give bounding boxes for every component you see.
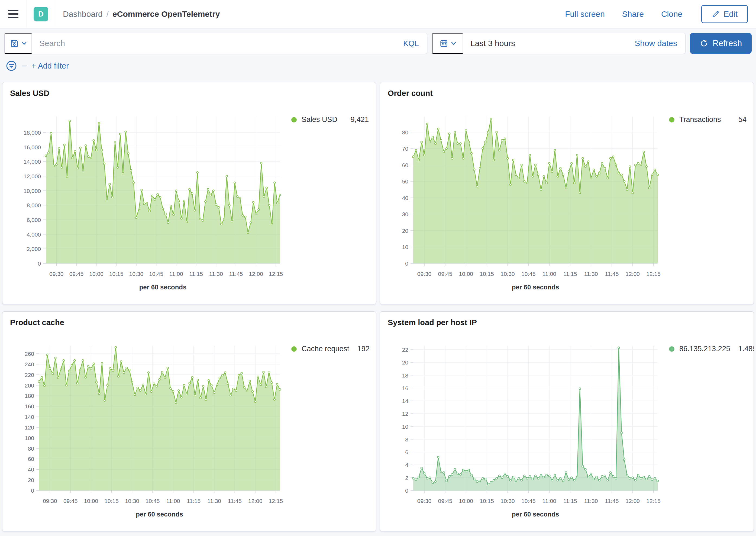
svg-text:10:00: 10:00 (89, 271, 104, 277)
svg-text:40: 40 (28, 466, 34, 473)
legend-sales-usd[interactable]: Sales USD 9,421 (284, 116, 376, 124)
legend-value: 54 (730, 116, 746, 124)
save-icon (10, 39, 19, 48)
legend-dot-icon (291, 117, 297, 122)
svg-text:12: 12 (402, 411, 408, 417)
chevron-down-icon (451, 40, 457, 46)
search-input[interactable] (32, 33, 395, 54)
svg-text:09:45: 09:45 (69, 271, 84, 277)
svg-text:6,000: 6,000 (26, 217, 41, 223)
svg-text:14,000: 14,000 (23, 158, 41, 165)
legend-order-count[interactable]: Transactions 54 (661, 116, 754, 124)
svg-text:20: 20 (402, 228, 408, 234)
add-filter-link[interactable]: + Add filter (31, 61, 69, 70)
svg-text:0: 0 (38, 260, 41, 267)
svg-text:12,000: 12,000 (23, 173, 41, 180)
calendar-icon (439, 39, 448, 48)
svg-text:2: 2 (405, 475, 408, 481)
legend-value: 1.489 (730, 345, 754, 353)
svg-text:4,000: 4,000 (26, 231, 41, 238)
edit-button[interactable]: Edit (701, 5, 748, 23)
svg-text:10:15: 10:15 (104, 498, 119, 504)
legend-dot-icon (669, 346, 674, 352)
kql-button[interactable]: KQL (395, 39, 427, 48)
full-screen-link[interactable]: Full screen (565, 10, 605, 19)
svg-text:50: 50 (402, 178, 408, 184)
svg-text:10:30: 10:30 (501, 271, 515, 277)
svg-text:10:30: 10:30 (129, 271, 144, 277)
svg-text:per 60 seconds: per 60 seconds (512, 284, 559, 291)
breadcrumb: Dashboard / eCommerce OpenTelemetry (63, 10, 220, 19)
svg-text:per 60 seconds: per 60 seconds (139, 284, 187, 291)
system-load-area-chart[interactable]: 09:3009:4510:0010:1510:3010:4511:0011:15… (383, 341, 661, 520)
svg-text:09:30: 09:30 (417, 271, 432, 277)
svg-text:10:30: 10:30 (125, 498, 139, 504)
svg-text:09:45: 09:45 (438, 271, 452, 277)
panel-title: System load per host IP (388, 318, 754, 328)
svg-text:180: 180 (25, 393, 34, 399)
svg-text:120: 120 (25, 424, 34, 431)
svg-text:11:00: 11:00 (166, 498, 180, 504)
svg-text:14: 14 (402, 398, 409, 404)
hamburger-menu-icon[interactable] (0, 0, 27, 28)
svg-text:11:00: 11:00 (542, 498, 556, 504)
svg-text:12:00: 12:00 (625, 498, 640, 504)
panel-order-count: Order count 09:3009:4510:0010:1510:3010:… (380, 82, 754, 304)
saved-query-button[interactable] (5, 33, 32, 54)
svg-text:12:15: 12:15 (646, 271, 661, 277)
svg-text:10: 10 (402, 244, 408, 250)
svg-text:200: 200 (25, 382, 34, 388)
svg-text:11:45: 11:45 (229, 271, 243, 277)
svg-text:12:15: 12:15 (269, 271, 283, 277)
chevron-down-icon (21, 40, 27, 46)
panel-system-load: System load per host IP 09:3009:4510:001… (380, 311, 754, 531)
svg-text:6: 6 (405, 449, 408, 455)
svg-text:11:30: 11:30 (584, 498, 598, 504)
filter-icon[interactable] (5, 60, 17, 72)
svg-text:09:45: 09:45 (63, 498, 78, 504)
svg-text:160: 160 (25, 403, 34, 410)
search-bar: KQL (4, 33, 427, 54)
svg-text:20: 20 (28, 477, 34, 483)
svg-text:10:00: 10:00 (84, 498, 98, 504)
legend-label: Transactions (679, 116, 721, 124)
filter-bar: + Add filter (0, 54, 756, 73)
share-link[interactable]: Share (622, 10, 644, 19)
svg-text:11:00: 11:00 (169, 271, 183, 277)
dashboard-badge[interactable]: D (34, 7, 48, 21)
svg-text:10:30: 10:30 (501, 498, 515, 504)
svg-text:11:15: 11:15 (189, 271, 203, 277)
refresh-button[interactable]: Refresh (690, 33, 752, 54)
svg-text:10:15: 10:15 (479, 498, 494, 504)
svg-text:140: 140 (25, 414, 34, 420)
sales-usd-area-chart[interactable]: 09:3009:4510:0010:1510:3010:4511:0011:15… (5, 112, 284, 293)
top-header: D Dashboard / eCommerce OpenTelemetry Fu… (0, 0, 756, 28)
svg-text:20: 20 (402, 359, 408, 366)
calendar-button[interactable] (433, 33, 463, 54)
clone-link[interactable]: Clone (661, 10, 682, 19)
svg-text:10:45: 10:45 (521, 498, 536, 504)
time-range-value[interactable]: Last 3 hours (463, 39, 635, 48)
legend-system-load[interactable]: 86.135.213.225 1.489 (661, 345, 754, 353)
legend-product-cache[interactable]: Cache request 192 (284, 345, 376, 353)
svg-text:09:30: 09:30 (49, 271, 64, 277)
panel-sales-usd: Sales USD 09:3009:4510:0010:1510:3010:45… (2, 82, 376, 304)
svg-text:80: 80 (402, 129, 408, 136)
svg-text:10:45: 10:45 (521, 271, 536, 277)
order-count-area-chart[interactable]: 09:3009:4510:0010:1510:3010:4511:0011:15… (383, 112, 661, 293)
svg-text:11:30: 11:30 (207, 498, 221, 504)
svg-text:30: 30 (402, 211, 408, 217)
svg-text:11:15: 11:15 (187, 498, 201, 504)
panel-title: Product cache (10, 318, 376, 328)
show-dates-link[interactable]: Show dates (635, 39, 685, 48)
product-cache-area-chart[interactable]: 09:3009:4510:0010:1510:3010:4511:0011:15… (5, 341, 284, 520)
breadcrumb-section[interactable]: Dashboard (63, 10, 103, 19)
filter-divider (22, 66, 27, 66)
svg-text:220: 220 (25, 372, 34, 378)
svg-text:11:30: 11:30 (209, 271, 223, 277)
svg-text:per 60 seconds: per 60 seconds (512, 511, 559, 518)
svg-text:11:30: 11:30 (584, 271, 598, 277)
svg-text:12:00: 12:00 (249, 271, 263, 277)
svg-text:12:15: 12:15 (269, 498, 283, 504)
legend-label: Sales USD (302, 116, 337, 124)
